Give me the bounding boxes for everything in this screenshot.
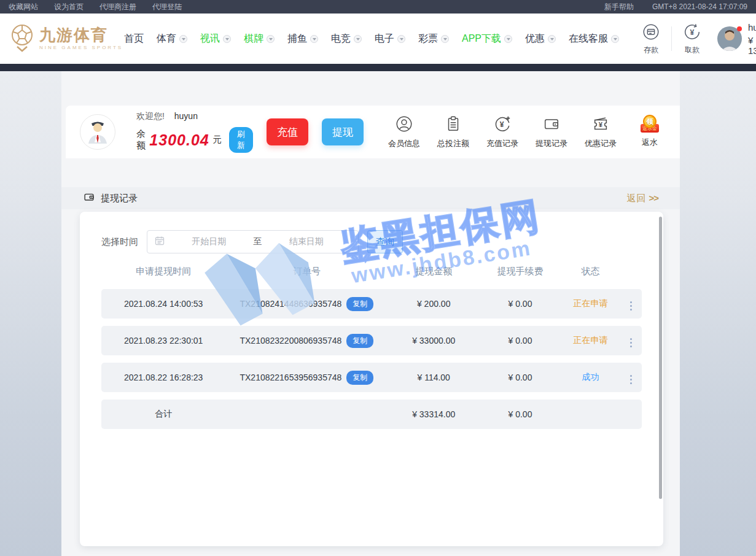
date-to-label: 至 bbox=[254, 236, 262, 247]
nav-item-label: 在线客服 bbox=[569, 33, 608, 45]
chevron-down-icon[interactable] bbox=[267, 35, 275, 43]
chevron-down-icon[interactable] bbox=[504, 35, 512, 43]
refresh-button[interactable]: 刷新 bbox=[229, 127, 253, 153]
recharge-record-link[interactable]: ¥ 充值记录 bbox=[478, 115, 527, 149]
table-row: 2021.08.23 22:30:01 TX210823220080693574… bbox=[101, 326, 642, 355]
table-body: 2021.08.24 14:00:53 TX210824144863693574… bbox=[101, 289, 642, 392]
copy-button[interactable]: 复制 bbox=[346, 297, 373, 311]
cell-fee: ¥ 0.00 bbox=[480, 336, 561, 346]
chevron-down-icon[interactable] bbox=[611, 35, 619, 43]
rebate-link[interactable]: 领 返水金 返水 bbox=[625, 115, 674, 148]
row-menu-dots-icon[interactable] bbox=[629, 336, 633, 349]
filter-row: 选择时间 开始日期 至 结束日期 查询 bbox=[101, 230, 642, 253]
withdraw-record-link[interactable]: 提现记录 bbox=[527, 115, 576, 149]
chevron-down-icon[interactable] bbox=[397, 35, 405, 43]
date-range-input[interactable]: 开始日期 至 结束日期 bbox=[147, 230, 359, 253]
balance-label: 余额 bbox=[136, 128, 146, 152]
nav-item[interactable]: 棋牌 bbox=[244, 33, 275, 45]
cell-time: 2021.08.23 22:30:01 bbox=[101, 336, 225, 346]
col-fee: 提现手续费 bbox=[480, 266, 561, 277]
cell-amount: ¥ 200.00 bbox=[388, 299, 480, 309]
withdraw-label: 取款 bbox=[685, 45, 699, 55]
main-nav: 首页 体育 视讯 棋牌 捕鱼 电竞 bbox=[124, 33, 632, 45]
balance-value: 1300.04 bbox=[149, 131, 209, 149]
row-menu-dots-icon[interactable] bbox=[629, 373, 633, 386]
col-amount: 提现金额 bbox=[388, 266, 480, 277]
chevron-down-icon[interactable] bbox=[223, 35, 231, 43]
promo-record-link[interactable]: ¥ 优惠记录 bbox=[576, 115, 625, 149]
table-row: 2021.08.24 14:00:53 TX210824144863693574… bbox=[101, 289, 642, 319]
row-menu-dots-icon[interactable] bbox=[629, 299, 633, 312]
nav-item[interactable]: 优惠 bbox=[525, 33, 556, 45]
recharge-button[interactable]: 充值 bbox=[267, 118, 308, 145]
nav-item-label: 彩票 bbox=[418, 33, 438, 45]
section-title: 提现记录 bbox=[101, 193, 138, 204]
nav-item[interactable]: 视讯 bbox=[200, 33, 231, 45]
order-number: TX2108232200806935748 bbox=[240, 336, 341, 346]
table-header: 申请提现时间 订单号 提现金额 提现手续费 状态 bbox=[101, 253, 642, 289]
cell-amount: ¥ 114.00 bbox=[388, 373, 480, 382]
nav-item-label: 首页 bbox=[124, 33, 144, 45]
total-row: 合计 ¥ 33314.00 ¥ 0.00 bbox=[101, 400, 642, 429]
back-link[interactable]: 返回>> bbox=[626, 193, 658, 204]
utility-link[interactable]: 代理登陆 bbox=[152, 2, 182, 11]
nav-item[interactable]: 体育 bbox=[157, 33, 187, 45]
main-container: 欢迎您! huyun 余额 1300.04 元 刷新 充值 提现 bbox=[61, 71, 680, 556]
copy-button[interactable]: 复制 bbox=[346, 334, 373, 348]
nav-item[interactable]: APP下载 bbox=[462, 33, 512, 45]
scrollbar[interactable] bbox=[659, 217, 662, 499]
withdraw-button-main[interactable]: 提现 bbox=[322, 118, 364, 145]
copy-button[interactable]: 复制 bbox=[346, 371, 373, 385]
calendar-icon bbox=[155, 236, 165, 248]
total-label: 合计 bbox=[101, 409, 225, 420]
site-logo[interactable]: 九游体育 NINE GAMES SPORTS bbox=[9, 22, 124, 55]
notification-dot bbox=[737, 26, 742, 31]
page: 收藏网站设为首页代理商注册代理登陆 新手帮助 GMT+8 2021-08-24 … bbox=[0, 0, 756, 556]
rebate-coin-icon: 领 返水金 bbox=[639, 115, 660, 134]
member-avatar-icon bbox=[80, 114, 115, 150]
nav-item[interactable]: 电竞 bbox=[331, 33, 362, 45]
status-badge: 正在申请 bbox=[573, 298, 607, 308]
section-bar: 提现记录 返回>> bbox=[61, 187, 680, 209]
cell-status: 正在申请 bbox=[561, 298, 620, 309]
utility-link[interactable]: 代理商注册 bbox=[99, 2, 136, 11]
utility-link[interactable]: 设为首页 bbox=[54, 2, 84, 11]
col-time: 申请提现时间 bbox=[101, 266, 225, 277]
chevron-down-icon[interactable] bbox=[354, 35, 362, 43]
nav-item[interactable]: 电子 bbox=[375, 33, 405, 45]
svg-text:¥: ¥ bbox=[599, 121, 603, 128]
chevron-down-icon[interactable] bbox=[548, 35, 556, 43]
wallet-icon bbox=[542, 115, 561, 136]
nav-item[interactable]: 捕鱼 bbox=[287, 33, 318, 45]
withdraw-yen-icon: ¥ bbox=[683, 23, 701, 44]
nav-item-label: APP下载 bbox=[462, 33, 501, 45]
avatar[interactable] bbox=[717, 26, 742, 51]
nav-item[interactable]: 首页 bbox=[124, 33, 144, 45]
cell-order: TX2108221653956935748 复制 bbox=[225, 371, 388, 385]
help-link[interactable]: 新手帮助 bbox=[604, 2, 634, 12]
yen-plus-icon: ¥ bbox=[493, 115, 512, 136]
search-button[interactable]: 查询 bbox=[367, 230, 403, 253]
nav-item[interactable]: 彩票 bbox=[418, 33, 449, 45]
utility-link[interactable]: 收藏网站 bbox=[9, 2, 38, 11]
order-number: TX2108241448636935748 bbox=[240, 299, 341, 309]
chevron-down-icon[interactable] bbox=[179, 35, 187, 43]
nav-item-label: 视讯 bbox=[200, 33, 220, 45]
total-bets-link[interactable]: 总投注额 bbox=[429, 115, 478, 149]
end-date-placeholder: 结束日期 bbox=[262, 236, 351, 247]
nav-item-label: 体育 bbox=[157, 33, 176, 45]
filter-label: 选择时间 bbox=[101, 236, 138, 248]
status-badge: 成功 bbox=[582, 372, 599, 382]
chevron-down-icon[interactable] bbox=[310, 35, 318, 43]
chevron-down-icon[interactable] bbox=[441, 35, 449, 43]
member-info-link[interactable]: 会员信息 bbox=[380, 115, 429, 149]
deposit-button[interactable]: 存款 bbox=[642, 23, 660, 55]
welcome-username: huyun bbox=[174, 111, 198, 121]
balance-unit: 元 bbox=[213, 134, 222, 145]
cell-menu bbox=[620, 369, 642, 387]
withdraw-button[interactable]: ¥ 取款 bbox=[683, 23, 701, 55]
nav-item[interactable]: 在线客服 bbox=[569, 33, 619, 45]
svg-text:¥: ¥ bbox=[690, 28, 695, 36]
total-amount: ¥ 33314.00 bbox=[388, 409, 480, 419]
nav-item-label: 电竞 bbox=[331, 33, 351, 45]
